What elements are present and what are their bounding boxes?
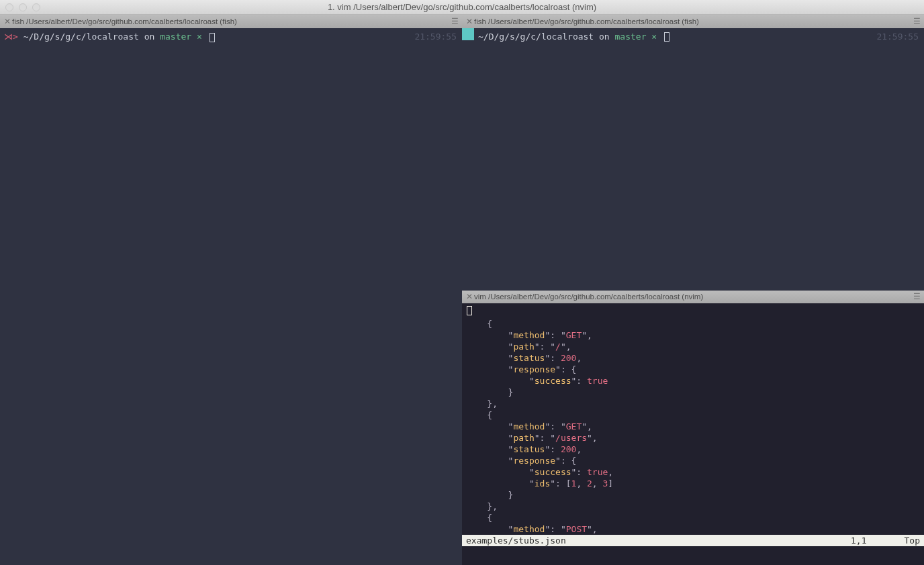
prompt-on: on — [594, 32, 614, 42]
code-line: "path": "/", — [466, 341, 920, 352]
close-icon[interactable]: ✕ — [466, 292, 474, 301]
code-line: "method": "GET", — [466, 421, 920, 432]
code-line: "success": true — [466, 375, 920, 387]
hamburger-icon[interactable] — [446, 17, 458, 26]
code-line: { — [466, 409, 920, 421]
code-line: "status": 200, — [466, 352, 920, 364]
code-line: "response": { — [466, 364, 920, 375]
terminal-left[interactable]: ⋊> ~/D/g/s/g/c/localroast on master ⨯ 21… — [0, 28, 462, 557]
window-title: 1. vim /Users/albert/Dev/go/src/github.c… — [0, 2, 924, 12]
code-line: { — [466, 318, 920, 329]
tmux-indicator-icon — [462, 28, 474, 40]
tab-label: fish /Users/albert/Dev/go/src/github.com… — [12, 17, 237, 25]
pane-right: ✕ fish /Users/albert/Dev/go/src/github.c… — [462, 15, 924, 565]
prompt-branch: master — [160, 32, 191, 42]
prompt-line: ⋊> ~/D/g/s/g/c/localroast on master ⨯ — [4, 31, 458, 42]
prompt-path: ~/D/g/s/g/c/ — [478, 32, 541, 42]
prompt-dirname: localroast — [87, 32, 139, 42]
vim-status-pos: 1,1 — [851, 535, 866, 546]
terminal-right[interactable]: ~/D/g/s/g/c/localroast on master ⨯ 21:59… — [462, 28, 924, 291]
window-titlebar: 1. vim /Users/albert/Dev/go/src/github.c… — [0, 0, 924, 15]
code-line: } — [466, 387, 920, 398]
code-line: "success": true, — [466, 466, 920, 478]
prompt-time: 21:59:55 — [414, 31, 457, 42]
pane-left-pad — [0, 557, 462, 565]
prompt-path: ~/D/g/s/g/c/ — [24, 32, 87, 42]
code-line: "path": "/users", — [466, 432, 920, 444]
code-line: } — [466, 489, 920, 501]
code-line: "status": 200, — [466, 444, 920, 455]
code-line: "ids": [1, 2, 3] — [466, 478, 920, 489]
tab-label: vim /Users/albert/Dev/go/src/github.com/… — [474, 293, 703, 301]
tab-left-fish[interactable]: ✕ fish /Users/albert/Dev/go/src/github.c… — [0, 15, 462, 28]
prompt-dirty-icon: ⨯ — [646, 32, 657, 42]
vim-cursor-icon — [467, 306, 472, 315]
code-line: "method": "GET", — [466, 329, 920, 341]
vim-editor[interactable]: { "method": "GET", "path": "/", "status"… — [462, 303, 924, 535]
tab-right-fish[interactable]: ✕ fish /Users/albert/Dev/go/src/github.c… — [462, 15, 924, 28]
prompt-arrow-icon: ⋊> — [4, 32, 18, 42]
hamburger-icon[interactable] — [908, 17, 920, 26]
code-line: }, — [466, 501, 920, 512]
pane-left: ✕ fish /Users/albert/Dev/go/src/github.c… — [0, 15, 462, 565]
vim-cmdline[interactable] — [462, 546, 924, 565]
tab-label: fish /Users/albert/Dev/go/src/github.com… — [474, 17, 699, 25]
code-line: "method": "POST", — [466, 523, 920, 535]
prompt-time: 21:59:55 — [876, 31, 919, 42]
prompt-on: on — [139, 32, 160, 42]
code-line: }, — [466, 398, 920, 409]
vim-status-bar: examples/stubs.json 1,1 Top — [462, 535, 924, 546]
code-line: "response": { — [466, 455, 920, 466]
cursor-icon — [664, 32, 669, 42]
vim-status-scroll: Top — [905, 535, 920, 546]
workspace: ✕ fish /Users/albert/Dev/go/src/github.c… — [0, 15, 924, 565]
prompt-branch: master — [615, 32, 647, 42]
vim-status-file: examples/stubs.json — [466, 535, 566, 546]
prompt-dirname: localroast — [541, 32, 594, 42]
cursor-icon — [210, 33, 215, 42]
hamburger-icon[interactable] — [908, 292, 920, 301]
tab-right-vim[interactable]: ✕ vim /Users/albert/Dev/go/src/github.co… — [462, 291, 924, 304]
prompt-line: ~/D/g/s/g/c/localroast on master ⨯ — [478, 31, 920, 42]
close-icon[interactable]: ✕ — [466, 17, 474, 26]
code-line: { — [466, 512, 920, 523]
close-icon[interactable]: ✕ — [4, 17, 12, 26]
code-line — [466, 306, 920, 318]
prompt-dirty-icon: ⨯ — [191, 32, 202, 42]
